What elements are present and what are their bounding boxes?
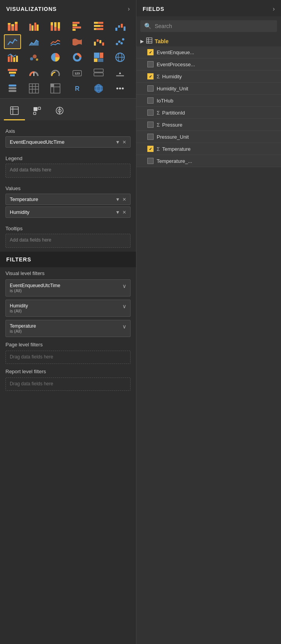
viz-table-icon[interactable] (25, 81, 42, 96)
values-temperature-remove[interactable]: ✕ (122, 197, 126, 202)
sigma-humidity: Σ (157, 74, 160, 79)
filter-humidity[interactable]: Humidity is (All) ∨ (5, 300, 131, 317)
viz-multi-row-card-icon[interactable] (90, 65, 107, 80)
field-checkbox-humidity[interactable] (147, 73, 154, 79)
field-item-humidity-unit[interactable]: Humidity_Unit (136, 83, 281, 95)
field-item-pressure[interactable]: Σ Pressure (136, 119, 281, 131)
values-field-humidity[interactable]: Humidity ▼ ✕ (5, 206, 131, 218)
viz-line-stacked-icon[interactable] (47, 34, 64, 49)
viz-waterfall-icon[interactable] (111, 19, 129, 34)
viz-gauge-icon[interactable] (25, 65, 42, 80)
field-item-eventenqueue[interactable]: EventEnqueue... (136, 46, 281, 58)
viz-matrix-icon[interactable] (47, 81, 64, 96)
tooltips-drop-zone[interactable]: Add data fields here (5, 234, 131, 248)
viz-kpi-icon[interactable]: ▲ (111, 65, 129, 80)
search-input[interactable] (155, 23, 273, 29)
values-humidity-dropdown[interactable]: ▼ (115, 210, 120, 215)
tab-fields[interactable] (4, 102, 25, 120)
viz-arc-icon[interactable] (47, 65, 64, 80)
values-field-temperature[interactable]: Temperature ▼ ✕ (5, 194, 131, 205)
svg-rect-15 (58, 22, 60, 28)
viz-scatter2-icon[interactable] (25, 50, 42, 65)
field-checkbox-pressure-unit[interactable] (147, 134, 154, 140)
svg-rect-32 (97, 39, 99, 42)
svg-rect-67 (9, 87, 16, 89)
viz-stacked-bar-100-icon[interactable] (47, 19, 64, 34)
field-checkbox-temperature[interactable] (147, 146, 154, 152)
tab-format[interactable] (27, 102, 48, 120)
svg-text:R: R (75, 85, 80, 92)
viz-area-chart-icon[interactable] (25, 34, 42, 49)
viz-ribbon-icon[interactable] (69, 34, 86, 49)
viz-scatter-icon[interactable] (111, 34, 129, 49)
report-drag-zone: Drag data fields here (5, 378, 131, 391)
field-item-temperature[interactable]: Σ Temperature (136, 143, 281, 155)
field-name-eventprocesse: EventProcesse... (157, 62, 195, 67)
field-item-iothub[interactable]: IoTHub (136, 95, 281, 107)
viz-clustered-bar-h-icon[interactable] (69, 19, 86, 34)
axis-dropdown-icon[interactable]: ▼ (115, 139, 120, 145)
viz-waterfall2-icon[interactable] (90, 34, 107, 49)
viz-globe2-icon[interactable] (90, 81, 107, 96)
filter-humidity-caret[interactable]: ∨ (122, 303, 126, 309)
filter-temperature-caret[interactable]: ∨ (122, 323, 126, 330)
fields-panel-arrow[interactable]: › (273, 5, 275, 12)
search-box: 🔍 (140, 20, 277, 32)
field-name-temperature-unit: Temperature_... (157, 158, 192, 164)
field-item-pressure-unit[interactable]: Pressure_Unit (136, 131, 281, 143)
legend-drop-zone[interactable]: Add data fields here (5, 164, 131, 178)
svg-rect-25 (94, 28, 96, 30)
viz-donut-icon[interactable] (69, 50, 86, 65)
viz-stacked-bar-h-100-icon[interactable] (90, 19, 107, 34)
table-section-header[interactable]: ▶ Table (136, 36, 281, 46)
svg-rect-31 (94, 42, 96, 46)
field-checkbox-temperature-unit[interactable] (147, 158, 154, 164)
field-item-humidity[interactable]: Σ Humidity (136, 71, 281, 83)
viz-more-icon[interactable] (111, 81, 129, 96)
field-checkbox-eventprocesse[interactable] (147, 61, 154, 67)
viz-stacked-bar-icon[interactable] (4, 19, 21, 34)
viz-line-chart-icon[interactable] (4, 34, 21, 49)
filter-event-enqueued[interactable]: EventEnqueuedUtcTime is (All) ∨ (5, 279, 131, 296)
svg-text:▲: ▲ (118, 71, 122, 75)
field-checkbox-partitionid[interactable] (147, 109, 154, 116)
values-temperature-actions: ▼ ✕ (115, 197, 126, 202)
field-checkbox-pressure[interactable] (147, 122, 154, 128)
axis-remove-icon[interactable]: ✕ (122, 139, 126, 145)
viz-funnel-icon[interactable] (4, 65, 21, 80)
field-checkbox-humidity-unit[interactable] (147, 85, 154, 92)
viz-panel-title: VISUALIZATIONS (6, 6, 57, 12)
viz-bar-line-icon[interactable] (4, 50, 21, 65)
svg-rect-63 (94, 73, 103, 76)
field-checkbox-eventenqueue[interactable] (147, 49, 154, 55)
viz-clustered-bar-icon[interactable] (25, 19, 42, 34)
viz-slicer-icon[interactable] (4, 81, 21, 96)
viz-globe-icon[interactable] (111, 50, 129, 65)
values-label: Values (5, 185, 131, 191)
filter-event-caret[interactable]: ∨ (122, 283, 126, 289)
field-item-eventprocesse[interactable]: EventProcesse... (136, 58, 281, 71)
field-checkbox-iothub[interactable] (147, 97, 154, 104)
sigma-pressure: Σ (157, 122, 160, 128)
visualizations-panel: VISUALIZATIONS › (0, 0, 136, 644)
values-temperature-dropdown[interactable]: ▼ (115, 197, 120, 202)
field-item-temperature-unit[interactable]: Temperature_... (136, 155, 281, 167)
field-item-partitionid[interactable]: Σ PartitionId (136, 107, 281, 119)
svg-point-38 (122, 38, 124, 41)
viz-pie-icon[interactable] (47, 50, 64, 65)
axis-field[interactable]: EventEnqueuedUtcTime ▼ ✕ (5, 136, 131, 148)
svg-rect-84 (11, 107, 18, 115)
viz-r-icon[interactable]: R (69, 81, 86, 96)
values-humidity-remove[interactable]: ✕ (122, 210, 126, 215)
tab-analytics[interactable] (49, 102, 70, 120)
table-collapse-caret[interactable]: ▶ (140, 39, 144, 44)
viz-treemap-icon[interactable] (90, 50, 107, 65)
svg-rect-65 (116, 75, 124, 76)
viz-card-icon[interactable]: 123 (69, 65, 86, 80)
visual-level-filters-label: Visual level filters (0, 267, 136, 278)
viz-panel-header: VISUALIZATIONS › (0, 0, 136, 16)
filter-temperature[interactable]: Temperature is (All) ∨ (5, 320, 131, 337)
values-section: Values Temperature ▼ ✕ Humidity ▼ ✕ (0, 182, 136, 222)
viz-panel-arrow[interactable]: › (128, 5, 130, 12)
axis-field-name: EventEnqueuedUtcTime (10, 139, 64, 145)
